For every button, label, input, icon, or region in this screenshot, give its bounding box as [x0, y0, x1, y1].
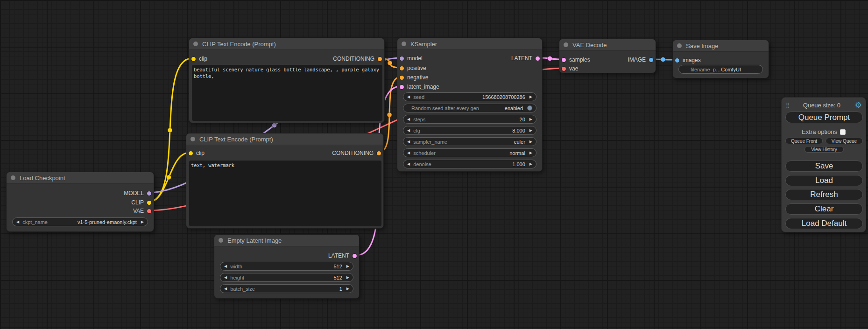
collapse-dot-icon[interactable]: [219, 238, 223, 243]
view-queue-button[interactable]: View Queue: [826, 138, 863, 144]
node-header[interactable]: Save Image: [673, 40, 769, 52]
node-header[interactable]: KSampler: [397, 38, 542, 50]
queue-prompt-button[interactable]: Queue Prompt: [785, 112, 863, 123]
output-port-vae[interactable]: VAE: [133, 207, 151, 215]
widget-steps[interactable]: ◀steps20▶: [403, 115, 536, 124]
port-dot-positive[interactable]: [400, 66, 404, 70]
port-dot-conditioning[interactable]: [378, 57, 382, 61]
widget-scheduler[interactable]: ◀schedulernormal▶: [403, 148, 536, 157]
node-header[interactable]: CLIP Text Encode (Prompt): [186, 133, 383, 145]
input-port-negative[interactable]: negative: [400, 73, 428, 82]
increment-arrow-icon[interactable]: ▶: [529, 95, 532, 99]
widget-random-seed-after-every-gen[interactable]: Random seed after every genenabled: [403, 104, 536, 112]
port-dot-model[interactable]: [400, 56, 404, 61]
decrement-arrow-icon[interactable]: ◀: [407, 95, 410, 99]
node-graph-canvas[interactable]: Load CheckpointMODELCLIPVAE◀ckpt_namev1-…: [0, 0, 868, 329]
output-port-image[interactable]: IMAGE: [628, 56, 653, 64]
decrement-arrow-icon[interactable]: ◀: [16, 220, 19, 224]
clear-button[interactable]: Clear: [785, 203, 863, 215]
widget-seed[interactable]: ◀seed156680208700286▶: [403, 92, 536, 101]
input-port-model[interactable]: model: [400, 54, 423, 63]
increment-arrow-icon[interactable]: ▶: [529, 118, 532, 121]
port-dot-model[interactable]: [147, 191, 151, 196]
load-button[interactable]: Load: [785, 175, 863, 186]
port-dot-vae[interactable]: [562, 67, 566, 71]
node-header[interactable]: Load Checkpoint: [7, 172, 154, 184]
input-port-positive[interactable]: positive: [400, 64, 426, 72]
toggle-dot-icon[interactable]: [527, 105, 532, 111]
decrement-arrow-icon[interactable]: ◀: [224, 287, 227, 291]
decrement-arrow-icon[interactable]: ◀: [407, 118, 410, 121]
node-empty-latent-image[interactable]: Empty Latent ImageLATENT◀width512▶◀heigh…: [214, 234, 360, 299]
widget-filename-prefix[interactable]: filename_prefixComfyUI: [678, 65, 763, 74]
port-dot-latent[interactable]: [353, 254, 357, 258]
refresh-button[interactable]: Refresh: [785, 189, 863, 200]
node-ksampler[interactable]: KSamplermodelpositivenegativelatent_imag…: [397, 38, 543, 172]
decrement-arrow-icon[interactable]: ◀: [407, 151, 410, 155]
widget-ckpt-name[interactable]: ◀ckpt_namev1-5-pruned-emaonly.ckpt▶: [12, 217, 148, 226]
node-header[interactable]: CLIP Text Encode (Prompt): [189, 38, 384, 50]
decrement-arrow-icon[interactable]: ◀: [224, 276, 227, 280]
port-dot-latent[interactable]: [536, 56, 540, 61]
settings-gear-icon[interactable]: ⚙: [855, 101, 862, 109]
prompt-textarea[interactable]: text, watermark: [189, 161, 381, 226]
widget-batch-size[interactable]: ◀batch_size1▶: [220, 284, 353, 293]
widget-sampler-name[interactable]: ◀sampler_nameeuler▶: [403, 137, 536, 146]
collapse-dot-icon[interactable]: [564, 42, 568, 47]
port-dot-latent_image[interactable]: [400, 85, 404, 89]
output-port-clip[interactable]: CLIP: [131, 198, 151, 207]
port-dot-images[interactable]: [675, 58, 679, 63]
widget-width[interactable]: ◀width512▶: [220, 262, 353, 271]
input-port-clip[interactable]: clip: [189, 149, 205, 157]
output-port-conditioning[interactable]: CONDITIONING: [332, 149, 381, 157]
increment-arrow-icon[interactable]: ▶: [141, 220, 144, 224]
port-dot-clip[interactable]: [147, 201, 151, 205]
input-port-latent_image[interactable]: latent_image: [400, 83, 439, 91]
collapse-dot-icon[interactable]: [11, 175, 15, 180]
increment-arrow-icon[interactable]: ▶: [346, 276, 349, 280]
extra-options-checkbox[interactable]: [840, 129, 846, 135]
decrement-arrow-icon[interactable]: ◀: [407, 162, 410, 166]
node-load-checkpoint[interactable]: Load CheckpointMODELCLIPVAE◀ckpt_namev1-…: [6, 172, 154, 232]
input-port-clip[interactable]: clip: [191, 55, 207, 63]
output-port-conditioning[interactable]: CONDITIONING: [333, 55, 382, 63]
decrement-arrow-icon[interactable]: ◀: [224, 265, 227, 268]
widget-cfg[interactable]: ◀cfg8.000▶: [403, 126, 536, 135]
port-dot-vae[interactable]: [147, 209, 151, 213]
node-clip-text-encode-positive[interactable]: CLIP Text Encode (Prompt)clipCONDITIONIN…: [189, 38, 385, 123]
collapse-dot-icon[interactable]: [402, 42, 406, 46]
node-header[interactable]: Empty Latent Image: [214, 235, 359, 246]
decrement-arrow-icon[interactable]: ◀: [407, 140, 410, 144]
port-dot-negative[interactable]: [400, 76, 404, 80]
input-port-samples[interactable]: samples: [562, 56, 590, 64]
port-dot-samples[interactable]: [562, 58, 566, 62]
increment-arrow-icon[interactable]: ▶: [346, 287, 349, 291]
widget-height[interactable]: ◀height512▶: [220, 273, 353, 282]
node-vae-decode[interactable]: VAE DecodesamplesvaeIMAGE: [559, 39, 656, 73]
widget-denoise[interactable]: ◀denoise1.000▶: [403, 160, 536, 168]
port-dot-clip[interactable]: [191, 57, 196, 61]
increment-arrow-icon[interactable]: ▶: [346, 265, 349, 268]
collapse-dot-icon[interactable]: [191, 137, 195, 141]
input-port-images[interactable]: images: [675, 56, 701, 64]
queue-front-button[interactable]: Queue Front: [785, 138, 823, 144]
output-port-model[interactable]: MODEL: [124, 189, 151, 197]
node-clip-text-encode-negative[interactable]: CLIP Text Encode (Prompt)clipCONDITIONIN…: [186, 133, 384, 229]
node-header[interactable]: VAE Decode: [559, 39, 656, 51]
save-button[interactable]: Save: [785, 161, 863, 172]
collapse-dot-icon[interactable]: [193, 42, 198, 46]
increment-arrow-icon[interactable]: ▶: [529, 129, 532, 133]
increment-arrow-icon[interactable]: ▶: [529, 151, 532, 155]
input-port-vae[interactable]: vae: [562, 64, 578, 73]
output-port-latent[interactable]: LATENT: [511, 54, 540, 63]
decrement-arrow-icon[interactable]: ◀: [407, 129, 410, 133]
port-dot-conditioning[interactable]: [377, 151, 381, 155]
increment-arrow-icon[interactable]: ▶: [529, 140, 532, 144]
collapse-dot-icon[interactable]: [677, 43, 682, 48]
port-dot-image[interactable]: [649, 58, 653, 62]
prompt-textarea[interactable]: beautiful scenery nature glass bottle la…: [192, 65, 382, 121]
output-port-latent[interactable]: LATENT: [328, 252, 357, 260]
increment-arrow-icon[interactable]: ▶: [529, 162, 532, 166]
node-save-image[interactable]: Save Imageimagesfilename_prefixComfyUI: [672, 40, 769, 78]
port-dot-clip[interactable]: [189, 151, 193, 155]
